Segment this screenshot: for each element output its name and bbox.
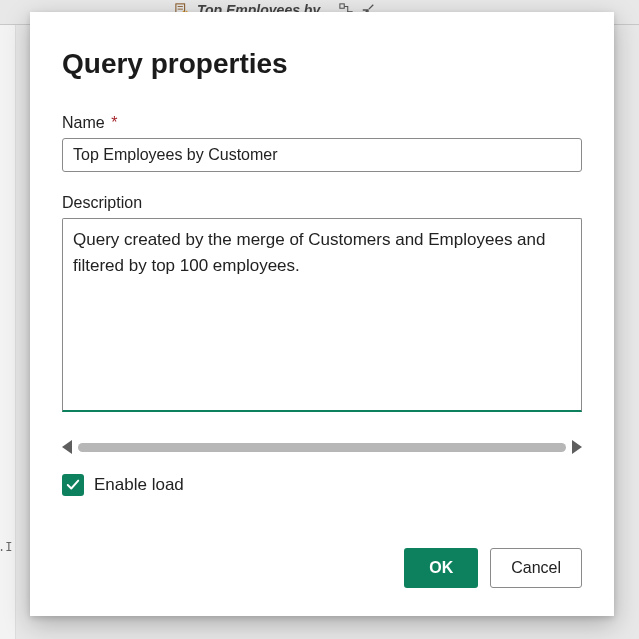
- sidebar-fragment-text: .I: [0, 541, 12, 555]
- enable-load-checkbox[interactable]: Enable load: [62, 474, 582, 496]
- scroll-track[interactable]: [78, 443, 566, 452]
- scroll-left-icon[interactable]: [62, 440, 72, 454]
- ok-button[interactable]: OK: [404, 548, 478, 588]
- svg-rect-3: [340, 4, 344, 8]
- dialog-button-row: OK Cancel: [62, 548, 582, 588]
- name-field-group: Name *: [62, 114, 582, 172]
- cancel-button[interactable]: Cancel: [490, 548, 582, 588]
- required-indicator: *: [111, 114, 117, 131]
- description-textarea[interactable]: [62, 218, 582, 412]
- sidebar-fragment: .I: [0, 25, 16, 639]
- description-field-group: Description: [62, 194, 582, 416]
- description-label: Description: [62, 194, 582, 212]
- enable-load-label: Enable load: [94, 475, 184, 495]
- query-properties-dialog: Query properties Name * Description Enab…: [30, 12, 614, 616]
- dialog-title: Query properties: [62, 48, 582, 80]
- name-input[interactable]: [62, 138, 582, 172]
- checkmark-icon: [66, 478, 80, 492]
- name-label: Name *: [62, 114, 582, 132]
- checkbox-box: [62, 474, 84, 496]
- horizontal-scrollbar[interactable]: [62, 440, 582, 454]
- scroll-right-icon[interactable]: [572, 440, 582, 454]
